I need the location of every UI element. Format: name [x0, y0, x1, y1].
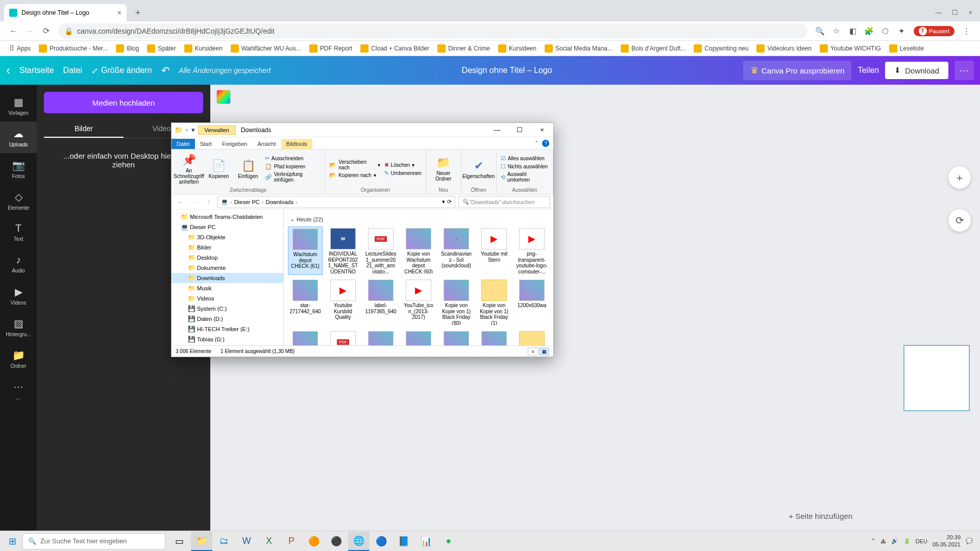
taskbar-app-icon[interactable]: 📊	[415, 532, 437, 551]
tree-item[interactable]: 💻Dieser PC	[172, 222, 283, 232]
bookmark-item[interactable]: Cload + Canva Bilder	[356, 44, 433, 53]
paste-shortcut-button[interactable]: 🔗Verknüpfung einfügen	[265, 171, 321, 183]
qat-icon[interactable]: ▫	[186, 126, 188, 134]
copy-button[interactable]: 📄Kopieren	[206, 159, 231, 179]
pin-quickaccess-button[interactable]: 📌An Schnellzugriff anheften	[176, 154, 202, 185]
add-element-button[interactable]: ＋	[948, 166, 971, 189]
select-none-button[interactable]: ☐Nichts auswählen	[501, 163, 549, 170]
task-view-button[interactable]: ▭	[168, 532, 190, 551]
invert-selection-button[interactable]: ⟲Auswahl umkehren	[501, 171, 549, 183]
move-to-button[interactable]: 📂Verschieben nach▾	[329, 159, 380, 170]
more-menu-button[interactable]: ⋯	[954, 61, 974, 80]
details-view-button[interactable]: ≡	[528, 347, 538, 356]
chrome-minimize-icon[interactable]: —	[935, 9, 942, 16]
explorer-minimize-button[interactable]: —	[486, 123, 508, 137]
start-button[interactable]: ⊞	[2, 532, 22, 551]
bookmark-item[interactable]: Videokurs Ideen	[752, 44, 816, 53]
bookmark-item[interactable]: PDF Report	[305, 44, 356, 53]
zoom-icon[interactable]: 🔍	[816, 27, 825, 36]
bookmark-item[interactable]: Später	[143, 44, 180, 53]
canva-home-icon[interactable]: ‹	[6, 63, 10, 78]
color-picker-button[interactable]	[216, 90, 231, 104]
tree-item[interactable]: 📁3D-Objekte	[172, 232, 283, 242]
taskbar-spotify-icon[interactable]: ●	[438, 532, 459, 551]
bookmark-item[interactable]: Blog	[112, 44, 143, 53]
upload-media-button[interactable]: Medien hochladen	[44, 92, 203, 113]
bookmark-item[interactable]: Kursideen	[180, 44, 227, 53]
rail-elemente[interactable]: ◇Elemente	[0, 185, 37, 216]
rail-audio[interactable]: ♪Audio	[0, 248, 37, 280]
file-item[interactable]: Kopie von Kopie von 1) Black Friday (80)	[439, 278, 474, 327]
icons-view-button[interactable]: ▦	[539, 347, 549, 356]
bookmark-item[interactable]: Dinner & Crime	[433, 44, 494, 53]
file-item[interactable]: Kopie von Kursbilder	[363, 330, 398, 345]
taskbar-search-input[interactable]: 🔍 Zur Suche Text hier eingeben	[22, 533, 165, 549]
file-item[interactable]: Bilder für Kursbild	[477, 330, 511, 345]
taskbar-obs-icon[interactable]: ⚫	[326, 532, 347, 551]
bookmark-item[interactable]: Bois d'Argent Duft...	[617, 44, 690, 53]
tree-item[interactable]: 💾System (C:)	[172, 304, 283, 314]
ribbon-tab-ansicht[interactable]: Ansicht	[252, 139, 281, 149]
tree-item[interactable]: 📁Downloads	[172, 273, 283, 283]
ribbon-tab-datei[interactable]: Datei	[172, 139, 195, 149]
taskbar-app-icon[interactable]: 🟠	[303, 532, 325, 551]
rail-fotos[interactable]: 📷Fotos	[0, 153, 37, 185]
extension-icon-3[interactable]: ⬡	[881, 27, 890, 36]
copy-to-button[interactable]: 📂Kopieren nach▾	[329, 172, 380, 179]
tree-item[interactable]: 📁Videos	[172, 293, 283, 304]
tree-item[interactable]: 📁Desktop	[172, 253, 283, 263]
explorer-maximize-button[interactable]: ☐	[508, 123, 531, 137]
bookmark-item[interactable]: Leseliste	[885, 44, 928, 53]
taskbar-edge-icon[interactable]: 🔵	[371, 532, 392, 551]
address-bar[interactable]: 🔒 canva.com/design/DAEdomzsci/drB8jHdCoj…	[58, 23, 807, 39]
chrome-maximize-icon[interactable]: ☐	[952, 9, 958, 16]
rail-...[interactable]: ⋯...	[0, 374, 37, 406]
copy-path-button[interactable]: 📋Pfad kopieren	[265, 163, 321, 170]
file-menu[interactable]: Datei	[63, 66, 82, 75]
rename-button[interactable]: ✎Umbenennen	[384, 170, 422, 177]
share-button[interactable]: Teilen	[857, 66, 879, 75]
tray-network-icon[interactable]: 🖧	[880, 538, 886, 544]
file-item[interactable]: Class_1_-_Questions	[326, 330, 360, 345]
bookmark-item[interactable]: Produktsuche - Mer...	[35, 44, 112, 53]
download-button[interactable]: ⬇ Download	[885, 62, 948, 79]
breadcrumb[interactable]: 💻 › Dieser PC › Downloads › ▾ ⟳	[217, 196, 455, 208]
taskbar-app-icon[interactable]: 🗂	[213, 532, 235, 551]
taskbar-excel-icon[interactable]: X	[258, 532, 280, 551]
paste-button[interactable]: 📋Einfügen	[235, 159, 260, 179]
tree-item[interactable]: 📁Musik	[172, 283, 283, 293]
select-all-button[interactable]: ☑Alles auswählen	[501, 155, 549, 162]
refresh-icon[interactable]: ⟳	[447, 198, 452, 205]
breadcrumb-dropdown-icon[interactable]: ▾	[442, 198, 445, 205]
tab-images[interactable]: Bilder	[44, 120, 124, 138]
file-item[interactable]: wallpaper-1531107 128	[439, 330, 474, 345]
cut-button[interactable]: ✂Ausschneiden	[265, 155, 321, 162]
home-link[interactable]: Startseite	[19, 66, 54, 75]
tray-clock[interactable]: 20:39 05.05.2021	[933, 534, 961, 547]
tree-item[interactable]: 📁Microsoft Teams-Chatdateien	[172, 212, 283, 222]
sync-button[interactable]: ⟳	[948, 209, 971, 232]
rail-vorlagen[interactable]: ▦Vorlagen	[0, 90, 37, 121]
breadcrumb-item[interactable]: Downloads	[265, 199, 293, 205]
file-item[interactable]: ▶Youtube Kursbild Quality	[326, 278, 360, 327]
taskbar-app-icon[interactable]: 📘	[393, 532, 414, 551]
design-title[interactable]: Design ohne Titel – Logo	[462, 66, 552, 75]
tray-notifications-icon[interactable]: 💬	[966, 538, 973, 544]
file-item[interactable]: ▶png-transparent-youtube-logo-computer-.…	[514, 227, 549, 275]
browser-tab[interactable]: Design ohne Titel – Logo ×	[4, 4, 127, 21]
tree-item[interactable]: 💾HI-TECH Treiber (E:)	[172, 324, 283, 334]
tree-item[interactable]: 💾Daten (D:)	[172, 314, 283, 324]
file-item[interactable]: WINDIVIDUALREPORT2021_NAME_STUDENTNO	[326, 227, 360, 275]
file-item[interactable]: Kopie von Kursbilder	[401, 330, 436, 345]
ribbon-tab-freigeben[interactable]: Freigeben	[217, 139, 253, 149]
bookmark-item[interactable]: ⠿Apps	[5, 44, 35, 53]
file-item[interactable]: LectureSlides1_summer2021_with_annotatio…	[363, 227, 398, 275]
ribbon-tab-start[interactable]: Start	[195, 139, 217, 149]
tree-item[interactable]: 💾Tobias (G:)	[172, 334, 283, 344]
explorer-search-input[interactable]: 🔍 "Downloads" durchsuchen	[458, 196, 550, 208]
bookmark-item[interactable]: Wahlfächer WU Aus...	[227, 44, 305, 53]
back-button[interactable]: ←	[5, 23, 21, 39]
bookmark-item[interactable]: Social Media Mana...	[541, 44, 617, 53]
bookmark-item[interactable]: Kursideen	[494, 44, 541, 53]
taskbar-word-icon[interactable]: W	[236, 532, 257, 551]
